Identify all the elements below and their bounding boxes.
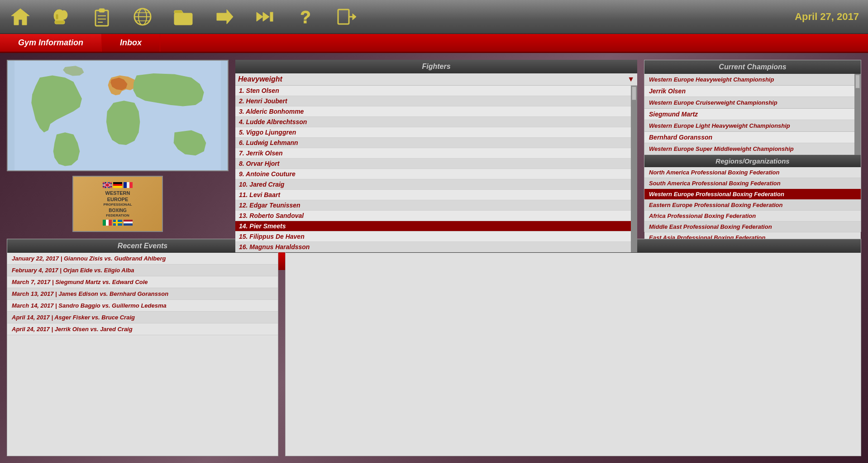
fighter-item[interactable]: 7. Jerrik Olsen (235, 148, 631, 159)
nav-gym-information[interactable]: Gym Information (0, 34, 102, 52)
region-item[interactable]: Africa Professional Boxing Federation (644, 211, 861, 222)
champion-title: Western Europe Super Middleweight Champi… (644, 143, 854, 155)
svg-rect-45 (113, 222, 122, 223)
top-section: WESTERN EUROPE PROFESSIONAL BOXING FEDER… (0, 53, 868, 239)
fighters-scroll-area: 1. Sten Olsen2. Henri Joubert3. Alderic … (235, 86, 637, 252)
fighters-dropdown[interactable]: Heavyweight ▼ (235, 73, 637, 86)
navbar: Gym Information Inbox (0, 34, 868, 53)
svg-rect-46 (124, 220, 133, 222)
clipboard-icon[interactable] (91, 5, 113, 28)
region-item[interactable]: South America Professional Boxing Federa… (644, 178, 861, 189)
fighter-item[interactable]: 1. Sten Olsen (235, 86, 631, 96)
fighters-scroll-thumb[interactable] (632, 87, 636, 100)
champion-name[interactable]: Bernhard Goransson (644, 132, 854, 143)
champion-name[interactable]: Siegmund Martz (644, 109, 854, 120)
fighter-item[interactable]: 9. Antoine Couture (235, 169, 631, 179)
svg-rect-47 (124, 222, 133, 223)
champions-scrollbar[interactable] (854, 74, 861, 155)
fighter-item[interactable]: 16. Magnus Haraldsson (235, 242, 631, 252)
svg-rect-3 (55, 20, 65, 24)
nav-inbox[interactable]: Inbox (102, 34, 160, 52)
left-panel: WESTERN EUROPE PROFESSIONAL BOXING FEDER… (7, 60, 229, 232)
world-map (7, 60, 229, 171)
svg-rect-48 (124, 223, 133, 226)
svg-rect-5 (95, 10, 108, 26)
svg-rect-38 (127, 182, 129, 188)
fighters-list: 1. Sten Olsen2. Henri Joubert3. Alderic … (235, 86, 631, 252)
region-item[interactable]: Western Europe Professional Boxing Feder… (644, 189, 861, 200)
svg-rect-21 (338, 10, 349, 24)
fighters-panel: Fighters Heavyweight ▼ 1. Sten Olsen2. H… (235, 60, 637, 232)
svg-point-2 (60, 10, 67, 19)
fast-forward-icon[interactable] (253, 5, 276, 28)
svg-rect-33 (103, 185, 112, 185)
fighter-item[interactable]: 6. Ludwig Lehmann (235, 138, 631, 148)
recent-event-item[interactable]: April 14, 2017 | Asger Fisker vs. Bruce … (7, 312, 278, 323)
recent-event-item[interactable]: March 7, 2017 | Siegmund Martz vs. Edwar… (7, 276, 278, 288)
svg-rect-36 (113, 186, 122, 188)
svg-marker-18 (263, 12, 269, 21)
region-item[interactable]: Middle East Professional Boxing Federati… (644, 222, 861, 232)
recent-event-item[interactable]: March 13, 2017 | James Edison vs. Bernha… (7, 288, 278, 300)
svg-marker-23 (353, 14, 356, 20)
region-item[interactable]: Eastern Europe Professional Boxing Feder… (644, 200, 861, 211)
champions-scroll-thumb[interactable] (855, 75, 860, 88)
arrow-forward-icon[interactable] (213, 5, 235, 28)
fighter-item[interactable]: 2. Henri Joubert (235, 96, 631, 106)
fighter-item[interactable]: 5. Viggo Ljunggren (235, 127, 631, 138)
exit-icon[interactable] (335, 5, 358, 28)
recent-events-list: January 22, 2017 | Giannou Zisis vs. Gud… (7, 253, 278, 335)
svg-rect-6 (99, 9, 105, 12)
svg-text:?: ? (300, 8, 310, 27)
recent-events-panel: Recent Events January 22, 2017 | Giannou… (7, 239, 278, 456)
svg-rect-35 (113, 184, 122, 186)
fighter-item[interactable]: 11. Levi Baart (235, 190, 631, 200)
regions-header: Regions/Organizations (644, 155, 861, 167)
fighter-item[interactable]: 12. Edgar Teunissen (235, 200, 631, 211)
champion-name[interactable]: Jerrik Olsen (644, 86, 854, 97)
svg-rect-15 (174, 13, 192, 25)
org-logo-subtitle: EUROPE (107, 196, 128, 203)
org-logo-title: WESTERN (105, 190, 130, 196)
champions-header: Current Champions (644, 60, 861, 74)
event-results-panel: Event Results (285, 239, 861, 456)
fighter-item[interactable]: 8. Orvar Hjort (235, 159, 631, 169)
toolbar: ? April 27, 2017 (0, 0, 868, 34)
svg-rect-19 (270, 12, 273, 21)
champion-title: Western Europe Light Heavyweight Champio… (644, 120, 854, 132)
dropdown-arrow-icon: ▼ (627, 75, 634, 83)
toolbar-icons: ? (9, 5, 358, 28)
globe-icon[interactable] (131, 5, 154, 28)
recent-event-item[interactable]: January 22, 2017 | Giannou Zisis vs. Gud… (7, 253, 278, 265)
dropdown-text: Heavyweight (238, 75, 282, 83)
fighter-item[interactable]: 14. Pier Smeets (235, 221, 631, 232)
date-display: April 27, 2017 (795, 11, 859, 23)
boxing-glove-icon[interactable] (50, 5, 72, 28)
home-icon[interactable] (9, 5, 32, 28)
svg-marker-16 (217, 10, 233, 24)
region-item[interactable]: North America Professional Boxing Federa… (644, 167, 861, 178)
main-content: WESTERN EUROPE PROFESSIONAL BOXING FEDER… (0, 53, 868, 463)
champion-title: Western Europe Heavyweight Championship (644, 74, 854, 86)
fighter-item[interactable]: 3. Alderic Bonhomme (235, 106, 631, 117)
champions-content: Western Europe Heavyweight ChampionshipJ… (644, 74, 861, 155)
fighter-item[interactable]: 10. Jared Craig (235, 179, 631, 190)
recent-event-item[interactable]: March 14, 2017 | Sandro Baggio vs. Guill… (7, 300, 278, 312)
svg-marker-0 (11, 9, 29, 25)
fighters-header: Fighters (235, 60, 637, 73)
fighter-item[interactable]: 15. Filippus De Haven (235, 232, 631, 242)
fighter-item[interactable]: 4. Ludde Albrechtsson (235, 117, 631, 127)
recent-event-item[interactable]: April 24, 2017 | Jerrik Olsen vs. Jared … (7, 323, 278, 335)
champions-list: Western Europe Heavyweight ChampionshipJ… (644, 74, 854, 155)
svg-rect-41 (106, 220, 109, 226)
recent-event-item[interactable]: February 4, 2017 | Orjan Eide vs. Eligio… (7, 265, 278, 276)
svg-rect-37 (124, 182, 127, 188)
fighters-scrollbar[interactable] (631, 86, 637, 252)
champion-title: Western Europe Cruiserweight Championshi… (644, 97, 854, 109)
svg-marker-17 (257, 12, 263, 21)
svg-rect-4 (56, 14, 58, 19)
fighter-item[interactable]: 13. Roberto Sandoval (235, 211, 631, 221)
help-icon[interactable]: ? (294, 5, 317, 28)
org-logo: WESTERN EUROPE PROFESSIONAL BOXING FEDER… (72, 176, 163, 232)
folder-icon[interactable] (172, 5, 195, 28)
